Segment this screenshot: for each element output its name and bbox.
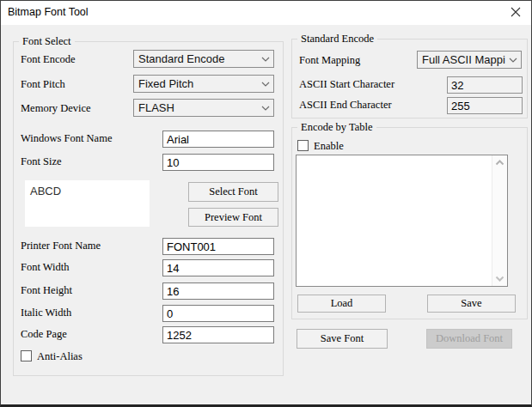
font-width-input[interactable] — [162, 259, 274, 276]
anti-alias-label: Anti-Alias — [37, 349, 83, 364]
scroll-down-icon[interactable] — [492, 276, 507, 282]
preview-font-button-label: Preview Font — [205, 211, 262, 224]
font-size-label: Font Size — [21, 154, 62, 169]
encode-by-table-group: Encode by Table Enable Load Save — [291, 127, 528, 319]
chevron-down-icon — [505, 58, 521, 63]
memory-device-value: FLASH — [134, 101, 258, 114]
titlebar[interactable]: Bitmap Font Tool — [1, 1, 531, 25]
font-encode-label: Font Encode — [21, 52, 76, 67]
download-font-button: Download Font — [426, 329, 512, 349]
preview-font-button[interactable]: Preview Font — [188, 208, 278, 227]
load-button-label: Load — [331, 297, 353, 310]
standard-encode-group: Standard Encode Font Mapping Full ASCII … — [291, 39, 528, 118]
code-page-label: Code Page — [21, 326, 67, 342]
windows-font-name-input[interactable] — [162, 131, 274, 148]
font-width-label: Font Width — [21, 259, 70, 275]
font-pitch-dropdown[interactable]: Fixed Pitch — [133, 75, 274, 93]
font-mapping-label: Font Mapping — [299, 52, 360, 68]
memory-device-dropdown[interactable]: FLASH — [133, 99, 274, 117]
ascii-end-character-input[interactable] — [447, 97, 523, 114]
select-font-button[interactable]: Select Font — [188, 182, 278, 202]
anti-alias-checkbox[interactable] — [21, 350, 32, 361]
printer-font-name-input[interactable] — [162, 238, 274, 255]
download-font-button-label: Download Font — [436, 332, 503, 345]
select-font-button-label: Select Font — [209, 185, 258, 198]
encode-table-listbox[interactable] — [296, 155, 508, 287]
save-font-button[interactable]: Save Font — [297, 329, 388, 349]
chevron-down-icon — [258, 82, 273, 87]
font-preview-text: ABCD — [30, 185, 61, 197]
font-pitch-value: Fixed Pitch — [134, 77, 258, 90]
ascii-end-character-label: ASCII End Character — [299, 97, 392, 112]
font-mapping-value: Full ASCII Mapping — [418, 53, 505, 66]
chevron-down-icon — [258, 106, 273, 111]
font-height-label: Font Height — [21, 282, 72, 298]
ascii-start-character-input[interactable] — [447, 76, 523, 94]
scroll-up-icon[interactable] — [492, 160, 507, 166]
close-icon — [511, 5, 521, 21]
load-button[interactable]: Load — [297, 295, 386, 313]
printer-font-name-label: Printer Font Name — [21, 238, 101, 253]
font-size-input[interactable] — [162, 154, 274, 171]
save-button-label: Save — [461, 297, 481, 310]
encode-by-table-group-title: Encode by Table — [297, 121, 376, 134]
enable-label: Enable — [314, 138, 344, 154]
save-button[interactable]: Save — [427, 295, 516, 313]
windows-font-name-label: Windows Font Name — [21, 131, 112, 146]
bitmap-font-tool-dialog: Bitmap Font Tool Font Select Font Encode… — [0, 0, 532, 407]
font-select-group-title: Font Select — [19, 35, 75, 48]
font-pitch-label: Font Pitch — [21, 76, 65, 92]
listbox-scrollbar[interactable] — [492, 155, 507, 286]
font-preview-box: ABCD — [25, 180, 150, 227]
memory-device-label: Memory Device — [21, 100, 91, 116]
close-button[interactable] — [502, 1, 529, 25]
italic-width-label: Italic Width — [21, 305, 71, 320]
font-encode-value: Standard Encode — [134, 52, 258, 65]
ascii-start-character-label: ASCII Start Character — [299, 76, 394, 92]
font-height-input[interactable] — [162, 282, 274, 300]
window-title: Bitmap Font Tool — [8, 6, 89, 18]
save-font-button-label: Save Font — [321, 332, 364, 345]
italic-width-input[interactable] — [162, 305, 274, 322]
standard-encode-group-title: Standard Encode — [297, 33, 377, 46]
code-page-input[interactable] — [162, 326, 274, 343]
chevron-down-icon — [258, 57, 273, 62]
font-mapping-dropdown[interactable]: Full ASCII Mapping — [417, 51, 522, 69]
font-select-group: Font Select Font Encode Standard Encode … — [13, 41, 284, 376]
font-encode-dropdown[interactable]: Standard Encode — [133, 50, 274, 68]
enable-checkbox[interactable] — [297, 140, 309, 151]
